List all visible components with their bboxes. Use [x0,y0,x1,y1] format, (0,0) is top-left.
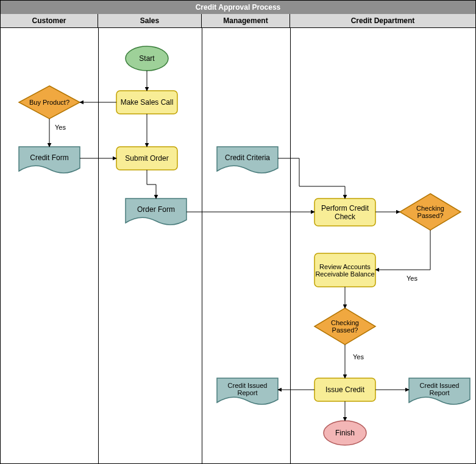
credit-issued-report-left-doc [217,378,278,404]
credit-form-label: Credit Form [19,150,80,165]
credit-issued-report-right-label: Credit Issued Report [409,380,470,398]
diagram-title: Credit Approval Process [196,3,281,12]
credit-issued-report-right-doc [409,378,470,404]
checking-passed-1-decision [400,194,461,230]
start-label: Start [126,52,168,65]
order-form-doc [126,199,186,225]
submit-order-label: Submit Order [116,147,177,170]
diagram-title-bar: Credit Approval Process [1,1,475,15]
submit-order-node [116,147,177,170]
swimlane-diagram: Credit Approval Process Customer Sales M… [0,0,476,464]
lane-separator [290,27,291,463]
lanes-header: Customer Sales Management Credit Departm… [1,14,475,28]
checking-passed-2-decision [314,308,375,345]
diagram-canvas [1,1,476,464]
issue-credit-node [314,378,375,401]
credit-form-doc [19,147,80,173]
lane-header-sales: Sales [98,14,202,27]
buy-product-label: Buy Product? [25,96,74,108]
buy-product-yes-label: Yes [51,122,69,132]
lane-header-credit: Credit Department [290,14,475,27]
checking-passed-1-yes-label: Yes [403,273,421,283]
checking-passed-2-yes-label: Yes [349,352,368,362]
issue-credit-label: Issue Credit [314,378,375,401]
lane-header-customer: Customer [1,14,98,27]
lane-separator [98,27,99,463]
perform-credit-check-node [314,199,375,226]
start-node [126,46,168,71]
lane-separator [202,27,202,463]
checking-passed-1-label: Checking Passed? [409,203,452,221]
lane-header-management: Management [202,14,290,27]
checking-passed-2-label: Checking Passed? [324,317,366,336]
buy-product-decision [19,86,80,119]
order-form-label: Order Form [126,202,186,217]
finish-label: Finish [324,427,366,439]
make-sales-call-label: Make Sales Call [116,91,177,114]
credit-issued-report-left-label: Credit Issued Report [217,380,278,398]
perform-credit-check-label: Perform Credit Check [314,199,375,226]
credit-criteria-doc [217,147,278,173]
credit-criteria-label: Credit Criteria [217,150,278,165]
make-sales-call-node [116,91,177,114]
review-ar-label: Review Accounts Receivable Balance [314,253,375,287]
finish-node [324,421,366,445]
review-ar-node [314,253,375,287]
